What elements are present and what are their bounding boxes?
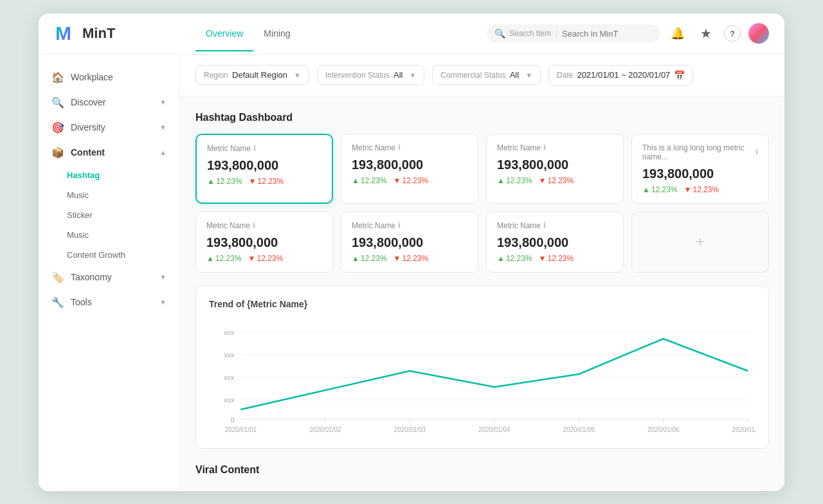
svg-text:xxx: xxx — [224, 373, 235, 381]
date-value: 2021/01/01 ~ 2020/01/07 — [577, 70, 670, 80]
chevron-down-icon: ▼ — [159, 98, 167, 106]
metric-card-7[interactable]: Metric Name ℹ 193,800,000 ▲ 12.23% ▼ 12.… — [486, 212, 624, 273]
sidebar-label-taxonomy: Taxonomy — [71, 272, 112, 282]
avatar[interactable] — [748, 23, 769, 44]
metric-card-5-header: Metric Name ℹ — [206, 221, 322, 230]
date-filter[interactable]: Date 2021/01/01 ~ 2020/01/07 📅 — [548, 65, 693, 86]
metric-card-1-value: 193,800,000 — [207, 158, 321, 173]
metric-card-7-up: ▲ 12.23% — [497, 254, 532, 263]
svg-text:2020/01/03: 2020/01/03 — [394, 426, 426, 433]
metric-card-6-name: Metric Name — [352, 221, 395, 230]
metric-card-6-changes: ▲ 12.23% ▼ 12.23% — [352, 254, 467, 263]
tab-overview[interactable]: Overview — [195, 15, 253, 51]
metric-card-6-header: Metric Name ℹ — [352, 221, 467, 230]
region-label: Region — [204, 71, 228, 80]
svg-text:2020/01/06: 2020/01/06 — [647, 426, 680, 433]
app-window: M MinT Overview Mining 🔍 Search Item 🔔 ★… — [39, 14, 784, 491]
metric-card-3-header: Metric Name ℹ — [497, 143, 613, 152]
sidebar-item-music2[interactable]: Music — [67, 225, 179, 245]
search-bar[interactable]: 🔍 Search Item — [487, 24, 660, 42]
svg-text:0: 0 — [230, 415, 234, 423]
intervention-label: Intervention Status — [325, 71, 390, 80]
metric-card-5-name: Metric Name — [206, 221, 250, 230]
trend-chart-section: Trend of {Metric Name} xxx xxx — [195, 285, 769, 449]
sidebar-label-diversity: Diversity — [71, 122, 105, 132]
header-right: 🔍 Search Item 🔔 ★ ? — [487, 23, 769, 44]
help-button[interactable]: ? — [724, 25, 741, 42]
sidebar-item-content-growth[interactable]: Content Growth — [67, 245, 179, 265]
tab-mining[interactable]: Mining — [253, 15, 300, 51]
metric-card-3-up: ▲ 12.23% — [497, 176, 532, 185]
sidebar-item-content[interactable]: 📦 Content ▲ — [39, 140, 179, 165]
region-arrow-icon: ▼ — [294, 71, 301, 79]
metric-card-2-up: ▲ 12.23% — [352, 176, 387, 185]
body: 🏠 Workplace 🔍 Discover ▼ 🎯 Diversity ▼ 📦… — [39, 55, 784, 491]
metric-card-7-changes: ▲ 12.23% ▼ 12.23% — [497, 254, 613, 263]
logo-area: M MinT — [54, 22, 183, 45]
svg-text:xxx: xxx — [224, 350, 235, 358]
metric-card-7-name: Metric Name — [497, 221, 541, 230]
metric-card-6[interactable]: Metric Name ℹ 193,800,000 ▲ 12.23% ▼ 12.… — [341, 212, 478, 273]
date-label: Date — [557, 71, 573, 80]
chevron-down-icon3: ▼ — [159, 273, 167, 281]
metric-card-6-up: ▲ 12.23% — [352, 254, 387, 263]
app-name: MinT — [82, 25, 115, 42]
sidebar-item-sticker[interactable]: Sticker — [67, 205, 179, 225]
metric-card-2[interactable]: Metric Name ℹ 193,800,000 ▲ 12.23% ▼ 12.… — [341, 134, 478, 204]
sidebar-item-diversity[interactable]: 🎯 Diversity ▼ — [39, 115, 179, 140]
svg-text:M: M — [55, 22, 71, 44]
star-button[interactable]: ★ — [696, 23, 716, 44]
commercial-status-filter[interactable]: Commercial Status All ▼ — [432, 65, 541, 85]
metric-card-1-up: ▲ 12.23% — [207, 177, 242, 186]
metric-card-4-down: ▼ 12.23% — [684, 185, 719, 194]
sidebar-item-workplace[interactable]: 🏠 Workplace — [39, 65, 179, 90]
main-content: Region Default Region ▼ Intervention Sta… — [180, 55, 784, 491]
sidebar-item-music[interactable]: Music — [67, 185, 179, 205]
dashboard-title: Hashtag Dashboard — [195, 112, 769, 123]
header-nav: Overview Mining — [195, 15, 301, 51]
metric-card-4-value: 193,800,000 — [642, 166, 758, 181]
metric-card-2-down: ▼ 12.23% — [393, 176, 429, 185]
metric-card-1[interactable]: Metric Name ℹ 193,800,000 ▲ 12.23% ▼ 12.… — [195, 134, 333, 204]
sidebar-sub-content: Hashtag Music Sticker Music Content Grow… — [39, 165, 179, 265]
svg-text:2020/01/01: 2020/01/01 — [225, 426, 257, 433]
content-area: Hashtag Dashboard Metric Name ℹ 193,800,… — [180, 96, 784, 491]
metrics-row-2: Metric Name ℹ 193,800,000 ▲ 12.23% ▼ 12.… — [195, 212, 769, 273]
metric-card-4-up: ▲ 12.23% — [642, 185, 678, 194]
chevron-up-icon: ▲ — [159, 148, 167, 156]
metric-card-3-down: ▼ 12.23% — [539, 176, 574, 185]
metric-card-7-header: Metric Name ℹ — [497, 221, 613, 230]
region-filter[interactable]: Region Default Region ▼ — [195, 65, 309, 85]
filter-bar: Region Default Region ▼ Intervention Sta… — [180, 55, 784, 96]
metric-card-3-changes: ▲ 12.23% ▼ 12.23% — [497, 176, 613, 185]
metric-card-5[interactable]: Metric Name ℹ 193,800,000 ▲ 12.23% ▼ 12.… — [195, 212, 333, 273]
commercial-arrow-icon: ▼ — [525, 71, 532, 79]
metric-card-2-value: 193,800,000 — [352, 158, 467, 172]
add-metric-card[interactable]: + — [631, 212, 769, 273]
sidebar-item-tools[interactable]: 🔧 Tools ▼ — [39, 290, 179, 315]
svg-text:2020/01/04: 2020/01/04 — [478, 426, 511, 433]
svg-text:2020/01/07: 2020/01/07 — [732, 426, 755, 433]
metric-card-4[interactable]: This is a long long long metric name... … — [631, 134, 769, 204]
metric-card-3[interactable]: Metric Name ℹ 193,800,000 ▲ 12.23% ▼ 12.… — [486, 134, 624, 204]
svg-text:2020/01/02: 2020/01/02 — [309, 426, 341, 433]
sidebar-label-discover: Discover — [71, 97, 105, 107]
sidebar-item-hashtag[interactable]: Hashtag — [67, 165, 179, 185]
metric-card-5-value: 193,800,000 — [206, 235, 322, 250]
info-icon-6: ℹ — [398, 221, 401, 230]
logo-icon: M — [54, 22, 77, 45]
add-icon: + — [696, 233, 705, 251]
metric-card-5-down: ▼ 12.23% — [248, 254, 284, 263]
region-value: Default Region — [232, 70, 287, 80]
content-icon: 📦 — [51, 147, 64, 159]
home-icon: 🏠 — [51, 71, 64, 84]
sidebar-item-discover[interactable]: 🔍 Discover ▼ — [39, 90, 179, 115]
metric-card-6-down: ▼ 12.23% — [393, 254, 429, 263]
sidebar: 🏠 Workplace 🔍 Discover ▼ 🎯 Diversity ▼ 📦… — [39, 55, 180, 491]
bell-button[interactable]: 🔔 — [667, 23, 688, 44]
sidebar-item-taxonomy[interactable]: 🏷️ Taxonomy ▼ — [39, 265, 179, 290]
chart-container: xxx xxx xxx xxx 0 2020/01/01 2020/01/02 — [209, 320, 755, 435]
calendar-icon: 📅 — [674, 70, 685, 80]
search-input[interactable] — [562, 29, 652, 39]
intervention-status-filter[interactable]: Intervention Status All ▼ — [317, 65, 424, 85]
